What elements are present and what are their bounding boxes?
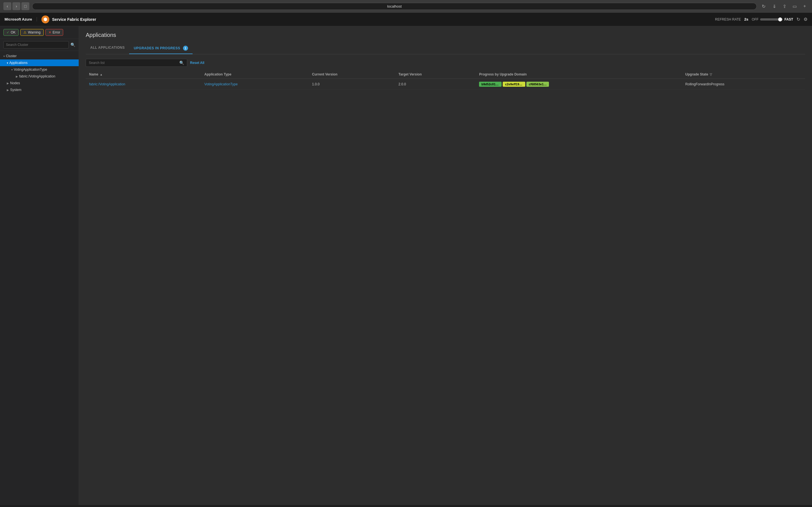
tab-upgrades-label: UPGRADES IN PROGRESS [134, 46, 180, 50]
tab-upgrades-in-progress[interactable]: UPGRADES IN PROGRESS 1 [129, 43, 193, 54]
tree-item-applications[interactable]: ▾ Applications [0, 59, 79, 66]
nav-right: REFRESH RATE 2s OFF FAST ↻ ⚙ [715, 17, 808, 22]
cell-upgrade-state: RollingForwardInProgress [682, 79, 805, 90]
tree-container: ▾ Cluster ▾ Applications ▾ VotingApplica… [0, 51, 79, 95]
refresh-rate-value: 2s [744, 17, 748, 21]
tree-item-fabric-voting[interactable]: ▶ fabric:/VotingApplication [0, 73, 79, 80]
refresh-rate-label: REFRESH RATE [715, 17, 741, 21]
speed-toggle[interactable] [760, 18, 783, 20]
back-button[interactable]: ‹ [3, 2, 11, 10]
status-bar: ✓ OK ⚠ Warning ✕ Error [0, 26, 79, 39]
windows-button[interactable]: ▭ [791, 2, 799, 10]
app-title-text: Service Fabric Explorer [52, 17, 96, 22]
col-upgrade-state: Upgrade State ▽ [682, 70, 805, 79]
cell-name: fabric:/VotingApplication [86, 79, 201, 90]
domain-badge-3[interactable]: cf68563e16... [526, 82, 549, 87]
forward-button[interactable]: › [12, 2, 20, 10]
col-target-version-label: Target Version [398, 72, 421, 76]
table-header: Name ▲ Application Type Current Version … [86, 70, 805, 79]
table-body: fabric:/VotingApplication VotingApplicat… [86, 79, 805, 90]
plus-button[interactable]: + [801, 2, 809, 10]
tab-button[interactable]: □ [21, 2, 29, 10]
fast-label: FAST [784, 17, 793, 21]
share-button[interactable]: ⇪ [780, 2, 788, 10]
app-container: Microsoft Azure ⬢ Service Fabric Explore… [0, 13, 812, 505]
col-name-label: Name [89, 72, 98, 76]
tree-label-cluster: Cluster [6, 54, 17, 58]
ok-label: OK [11, 31, 15, 34]
search-cluster-input[interactable] [3, 41, 69, 48]
upgrades-badge: 1 [183, 46, 188, 51]
off-label: OFF [752, 17, 758, 21]
error-icon: ✕ [49, 31, 51, 34]
cell-current-version: 1.0.0 [309, 79, 395, 90]
ok-status-button[interactable]: ✓ OK [3, 29, 18, 36]
content-area: Applications ALL APPLICATIONS UPGRADES I… [79, 26, 812, 505]
toggle-container: OFF FAST [752, 17, 793, 21]
col-target-version: Target Version [395, 70, 476, 79]
filter-upgrade-state-icon[interactable]: ▽ [710, 73, 712, 76]
search-cluster-icon[interactable]: 🔍 [70, 43, 75, 47]
col-progress-label: Progress by Upgrade Domain [479, 72, 527, 76]
warning-status-button[interactable]: ⚠ Warning [20, 29, 43, 36]
search-list-container: 🔍 [86, 59, 187, 67]
browser-chrome: ‹ › □ localhost ↻ ⇓ ⇪ ▭ + [0, 0, 812, 13]
tab-all-applications-label: ALL APPLICATIONS [90, 46, 124, 50]
toggle-thumb [778, 17, 782, 21]
reset-all-button[interactable]: Reset All [190, 61, 204, 65]
download-button[interactable]: ⇓ [770, 2, 778, 10]
error-label: Error [53, 31, 60, 34]
col-app-type: Application Type [201, 70, 309, 79]
tab-all-applications[interactable]: ALL APPLICATIONS [86, 43, 129, 54]
top-nav: Microsoft Azure ⬢ Service Fabric Explore… [0, 13, 812, 26]
error-status-button[interactable]: ✕ Error [45, 29, 63, 36]
app-name-link[interactable]: fabric:/VotingApplication [89, 82, 125, 86]
chevron-fabric-voting: ▶ [16, 75, 18, 78]
target-version-value: 2.0.0 [398, 82, 406, 86]
upgrade-state-value: RollingForwardInProgress [686, 82, 725, 86]
nav-buttons: ‹ › □ [3, 2, 29, 10]
reload-button[interactable]: ↻ [760, 2, 767, 10]
chevron-applications: ▾ [7, 61, 8, 64]
tree-label-system: System [10, 88, 21, 92]
cell-app-type: VotingApplicationType [201, 79, 309, 90]
chevron-votingapptype: ▾ [11, 68, 13, 71]
browser-toolbar: ‹ › □ localhost ↻ ⇓ ⇪ ▭ + [0, 0, 812, 12]
table-header-row: Name ▲ Application Type Current Version … [86, 70, 805, 79]
sort-name-icon[interactable]: ▲ [100, 73, 103, 76]
tree-item-nodes[interactable]: ▶ Nodes [0, 80, 79, 87]
tree-label-fabric-voting: fabric:/VotingApplication [19, 74, 55, 78]
chevron-cluster: ▾ [3, 55, 5, 58]
col-progress: Progress by Upgrade Domain [476, 70, 682, 79]
tree-label-applications: Applications [9, 61, 28, 65]
cell-target-version: 2.0.0 [395, 79, 476, 90]
tree-item-cluster[interactable]: ▾ Cluster [0, 53, 79, 59]
search-list-input[interactable] [89, 61, 177, 65]
app-title: ⬢ Service Fabric Explorer [37, 15, 96, 23]
table-row: fabric:/VotingApplication VotingApplicat… [86, 79, 805, 90]
refresh-button[interactable]: ↻ [797, 17, 800, 22]
tree-item-votingapptype[interactable]: ▾ VotingApplicationType [0, 66, 79, 73]
search-list-icon: 🔍 [179, 61, 184, 65]
tree-label-nodes: Nodes [10, 81, 20, 85]
warning-icon: ⚠ [23, 31, 27, 34]
warning-label: Warning [28, 31, 40, 34]
browser-action-buttons: ⇓ ⇪ ▭ + [770, 2, 809, 10]
app-type-link[interactable]: VotingApplicationType [204, 82, 238, 86]
page-title: Applications [86, 32, 805, 38]
chevron-system: ▶ [7, 89, 9, 92]
tabs-container: ALL APPLICATIONS UPGRADES IN PROGRESS 1 [86, 43, 805, 54]
domain-badge-2[interactable]: c2e9eff1976... [503, 82, 525, 87]
chevron-nodes: ▶ [7, 82, 9, 85]
tree-item-system[interactable]: ▶ System [0, 87, 79, 93]
settings-button[interactable]: ⚙ [804, 17, 808, 22]
fabric-icon: ⬢ [42, 15, 49, 23]
col-upgrade-state-label: Upgrade State [686, 72, 708, 76]
domain-badge-1[interactable]: b9d52c016a... [479, 82, 502, 87]
sidebar: ✓ OK ⚠ Warning ✕ Error 🔍 [0, 26, 79, 505]
ok-icon: ✓ [6, 31, 9, 34]
address-bar[interactable]: localhost [32, 3, 757, 10]
search-cluster-container: 🔍 [0, 39, 79, 51]
azure-logo: Microsoft Azure [4, 17, 37, 21]
main-content: ✓ OK ⚠ Warning ✕ Error 🔍 [0, 26, 812, 505]
